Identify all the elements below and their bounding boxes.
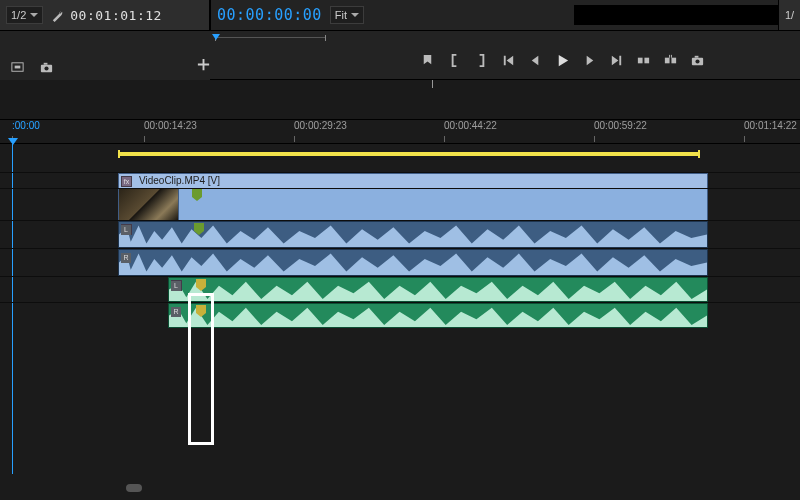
audio-clip-a1[interactable]: fx L — [118, 221, 708, 248]
monitor-header-row: 1/2 00:01:01:12 00:00:00:00 Fit 1/ — [0, 0, 800, 30]
svg-rect-7 — [665, 58, 670, 64]
export-frame-icon[interactable] — [690, 53, 705, 68]
extract-icon[interactable] — [663, 53, 678, 68]
settings-wrench-icon[interactable] — [49, 8, 64, 23]
waveform — [119, 250, 707, 275]
svg-point-3 — [44, 66, 48, 70]
step-back-icon[interactable] — [528, 53, 543, 68]
program-monitor-controls: 00:00:00:00 Fit — [210, 0, 800, 30]
monitor-button-row — [0, 30, 800, 80]
tracks-area: fx VideoClip.MP4 [V] fx L R — [0, 172, 800, 480]
program-resolution-select[interactable]: 1/ — [778, 0, 800, 30]
audio-track-a2[interactable]: fx L — [0, 276, 800, 302]
waveform — [169, 304, 707, 327]
video-track-row[interactable]: fx VideoClip.MP4 [V] — [0, 172, 800, 188]
audio-clip-a2-r[interactable]: R — [168, 303, 708, 328]
camera-icon[interactable] — [39, 60, 54, 75]
svg-point-10 — [695, 59, 699, 63]
svg-rect-4 — [44, 62, 48, 64]
resolution-select[interactable]: 1/2 — [6, 6, 43, 24]
source-timecode[interactable]: 00:01:01:12 — [70, 8, 162, 23]
audio-track-a1-r[interactable]: R — [0, 248, 800, 276]
program-mini-scrubber[interactable] — [215, 37, 325, 49]
ruler-tick: 00:01:14:22 — [744, 120, 797, 131]
ruler-tick: 00:00:29:23 — [294, 120, 347, 131]
clip-marker-icon[interactable] — [192, 189, 202, 201]
work-area-bar[interactable] — [118, 152, 700, 156]
audio-clip-a2[interactable]: fx L — [168, 277, 708, 302]
fx-badge-icon[interactable]: fx — [121, 176, 132, 187]
svg-rect-11 — [695, 56, 699, 58]
program-timecode[interactable]: 00:00:00:00 — [217, 6, 322, 24]
capture-icon[interactable] — [10, 60, 25, 75]
clip-track-suffix: [V] — [208, 175, 220, 186]
video-track-body[interactable] — [0, 188, 800, 220]
svg-rect-5 — [638, 58, 643, 64]
program-preview-area — [574, 5, 794, 25]
video-clip-header[interactable]: fx VideoClip.MP4 [V] — [118, 173, 708, 189]
ruler-tick: :00:00 — [12, 120, 40, 131]
clip-name: VideoClip.MP4 — [139, 175, 205, 186]
play-icon[interactable] — [555, 53, 570, 68]
transport-controls — [420, 53, 705, 68]
audio-clip-a1-r[interactable]: R — [118, 249, 708, 276]
time-ruler[interactable]: :00:0000:00:14:2300:00:29:2300:00:44:220… — [0, 120, 800, 144]
timeline-panel: :00:0000:00:14:2300:00:29:2300:00:44:220… — [0, 80, 800, 500]
step-fwd-icon[interactable] — [582, 53, 597, 68]
goto-in-icon[interactable] — [501, 53, 516, 68]
source-monitor-buttons — [0, 53, 210, 81]
ruler-tick: 00:00:44:22 — [444, 120, 497, 131]
waveform — [119, 222, 707, 247]
channel-left-badge: L — [171, 281, 181, 291]
goto-out-icon[interactable] — [609, 53, 624, 68]
ruler-tick: 00:00:59:22 — [594, 120, 647, 131]
plus-icon[interactable] — [196, 57, 211, 72]
svg-rect-1 — [15, 65, 21, 68]
channel-left-badge: L — [121, 225, 131, 235]
svg-rect-8 — [671, 58, 676, 64]
clip-marker-icon[interactable] — [196, 279, 206, 291]
timeline-scrollbar[interactable] — [0, 482, 800, 494]
clip-marker-icon[interactable] — [196, 305, 206, 317]
waveform — [169, 278, 707, 301]
bracket-open-icon[interactable] — [447, 53, 462, 68]
audio-track-a1[interactable]: fx L — [0, 220, 800, 248]
source-monitor-controls: 1/2 00:01:01:12 — [0, 0, 210, 30]
lift-icon[interactable] — [636, 53, 651, 68]
marker-icon[interactable] — [420, 53, 435, 68]
ruler-tick: 00:00:14:23 — [144, 120, 197, 131]
channel-right-badge: R — [121, 253, 131, 263]
video-clip-body[interactable] — [118, 189, 708, 221]
timeline-spacer — [0, 80, 800, 120]
svg-rect-6 — [644, 58, 649, 64]
channel-right-badge: R — [171, 307, 181, 317]
audio-track-a2-r[interactable]: R — [0, 302, 800, 328]
zoom-fit-select[interactable]: Fit — [330, 6, 364, 24]
scrollbar-thumb[interactable] — [126, 484, 142, 492]
bracket-close-icon[interactable] — [474, 53, 489, 68]
clip-marker-icon[interactable] — [194, 223, 204, 235]
clip-thumbnail — [119, 189, 179, 220]
